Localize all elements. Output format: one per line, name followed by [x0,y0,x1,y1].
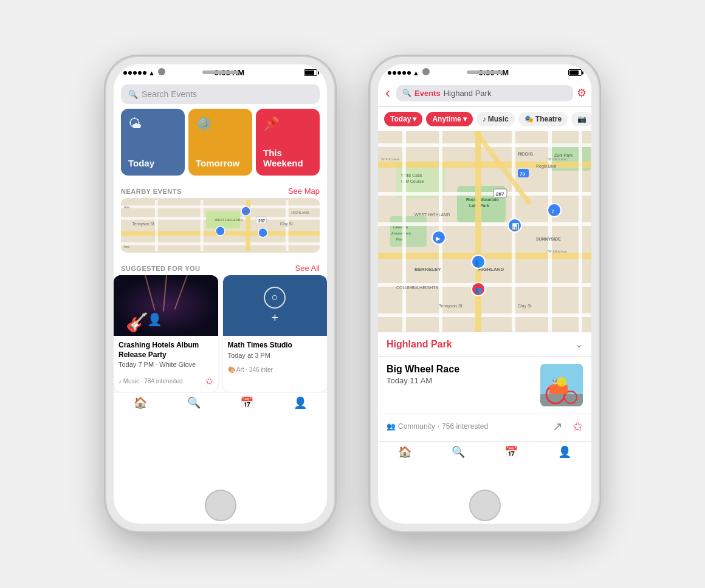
svg-rect-4 [121,242,320,245]
svg-text:🐕: 🐕 [552,379,559,385]
event-info: Big Wheel Race Today 11 AM [387,364,533,385]
tab-search-1[interactable]: 🔍 [167,396,221,409]
svg-text:Amusement: Amusement [391,231,411,235]
svg-text:BERKELEY: BERKELEY [414,267,441,272]
filter-more-icon: 📷 [577,115,586,123]
back-button[interactable]: ‹ [383,83,393,103]
home-button-1[interactable] [205,490,236,521]
suggested-header: SUGGESTED FOR YOU See All [114,260,327,275]
speaker-1 [202,70,239,74]
svg-text:W 38th Ave: W 38th Ave [548,250,567,253]
event-footer-2: 🎨 Art · 346 inter [223,364,328,378]
community-label: Community [398,422,435,431]
card-tomorrow[interactable]: ⚙️ Tomorrow [188,109,252,176]
tab-profile-2[interactable]: 👤 [538,445,591,459]
mini-map[interactable]: Tennyson St WEST HIGHLAND Clay St Ave Av… [121,198,320,253]
tab-home-2[interactable]: 🏠 [378,445,432,459]
event-sub-1: Today 7 PM · White Glove [119,361,213,368]
speaker-2 [467,70,503,74]
search-bar-1[interactable]: 🔍 Search Events [121,84,320,104]
camera-1 [158,68,165,75]
home-button-2[interactable] [469,490,501,521]
svg-text:Ave: Ave [124,245,130,248]
location-bar[interactable]: Highland Park ⌄ [378,332,591,356]
mini-map-svg: Tennyson St WEST HIGHLAND Clay St Ave Av… [121,198,320,253]
svg-text:♪: ♪ [551,207,555,214]
star-icon-1[interactable]: ✩ [205,375,213,387]
svg-rect-44 [475,131,481,332]
tab-profile-1[interactable]: 👤 [273,396,327,409]
svg-text:287: 287 [496,191,504,197]
svg-text:SUNNYSIDE: SUNNYSIDE [536,237,561,241]
svg-point-18 [216,227,225,236]
battery-2 [568,69,582,76]
filter-theatre[interactable]: 🎭 Theatre [518,112,568,126]
tab-bar-2: 🏠 🔍 📅 👤 [378,441,591,461]
event-thumbnail: 🐕 [540,364,583,406]
svg-text:👥: 👥 [475,286,483,294]
tab-search-2[interactable]: 🔍 [432,445,485,459]
card-today[interactable]: 🌤 Today [121,109,185,176]
svg-rect-39 [378,253,591,259]
filter-music[interactable]: ♪ Music [476,112,515,126]
svg-text:Tennyson St: Tennyson St [439,304,463,309]
filter-bar: Today ▾ Anytime ▾ ♪ Music 🎭 Theatre 📷 [378,107,591,131]
event-card-2[interactable]: ○ + − Math Times Studio Today at 3 PM 🎨 [223,275,328,392]
nav-search-bar[interactable]: 🔍 Events Highand Park [396,85,573,101]
location-chevron: ⌄ [575,338,583,350]
filter-more[interactable]: 📷 [571,112,591,126]
see-map-link[interactable]: See Map [288,186,320,196]
tab-calendar-2[interactable]: 📅 [485,445,538,459]
event-card-body-1: Crashing Hotels Album Release Party Toda… [114,336,218,373]
filter-today[interactable]: Today ▾ [384,112,422,126]
event-photo-1: 🎸 👤 [114,275,218,336]
main-map-svg: Rocky Mountain Lake Park Lakeside Amusem… [378,131,591,332]
wifi-icon-1: ▲ [148,69,155,77]
event-community: 👥 Community · 756 interested [387,422,488,431]
event-card-body-2: Math Times Studio Today at 3 PM [223,336,328,364]
event-cards: 🎸 👤 Crashing Hotels Album Release Party … [114,275,327,392]
filter-theatre-label: Theatre [535,115,562,123]
svg-rect-1 [121,205,320,208]
search-placeholder-1: Search Events [142,89,197,99]
svg-rect-38 [378,222,591,226]
music-icon: ♪ [483,115,486,123]
event-title-2: Math Times Studio [228,341,323,350]
event-meta-1: ♪ Music · 784 interested [119,378,183,385]
search-tab-icon-2: 🔍 [452,445,465,459]
suggested-title: SUGGESTED FOR YOU [121,265,201,272]
tab-calendar-1[interactable]: 📅 [221,396,274,409]
svg-text:Ave: Ave [124,205,130,209]
bookmark-star-icon[interactable]: ✩ [573,419,583,434]
svg-rect-36 [378,162,591,168]
svg-text:W 48th Ave: W 48th Ave [548,157,567,161]
svg-text:▶: ▶ [436,235,441,242]
search-icon-1: 🔍 [128,90,138,99]
map-container[interactable]: Rocky Mountain Lake Park Lakeside Amusem… [378,131,591,332]
share-icon[interactable]: ↗ [552,419,563,434]
tomorrow-icon: ⚙️ [196,116,245,132]
today-label: Today [128,158,177,168]
card-weekend[interactable]: 📌 This Weekend [256,109,320,176]
filter-icon[interactable]: ⚙ [577,86,586,100]
svg-text:Rocky Mountain: Rocky Mountain [466,197,499,202]
event-list-item: Big Wheel Race Today 11 AM 🐕 [378,356,591,414]
nav-bar-2: ‹ 🔍 Events Highand Park ⚙ [378,80,591,107]
nav-brand: Events [414,89,441,98]
svg-text:HIGHLAND: HIGHLAND [291,211,309,214]
tomorrow-label: Tomorrow [196,158,245,168]
see-all-link[interactable]: See All [295,264,320,273]
svg-text:Zuni Park: Zuni Park [554,153,573,157]
filter-anytime-label: Anytime [432,115,461,123]
svg-text:Regis Blvd: Regis Blvd [536,164,557,169]
svg-text:👥: 👥 [475,258,483,267]
tab-home-1[interactable]: 🏠 [114,396,167,409]
community-dot: · [438,422,439,431]
svg-rect-80 [549,385,568,394]
theatre-icon: 🎭 [524,115,534,123]
search-tab-icon-1: 🔍 [187,396,201,409]
event-card-1[interactable]: 🎸 👤 Crashing Hotels Album Release Party … [114,275,218,392]
nav-location: Highand Park [444,89,492,98]
filter-anytime[interactable]: Anytime ▾ [426,112,472,126]
event-time-main: Today 11 AM [387,376,533,385]
